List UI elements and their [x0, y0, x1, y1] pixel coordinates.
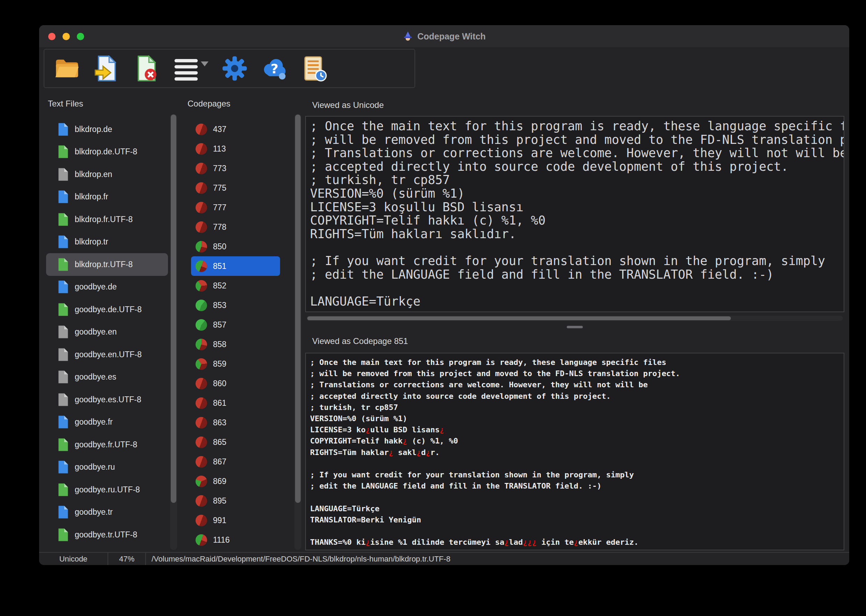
menu-button[interactable]: [172, 54, 209, 83]
file-item[interactable]: blkdrop.tr.UTF-8: [46, 253, 168, 276]
zoom-button[interactable]: [77, 33, 84, 40]
file-label: blkdrop.en: [75, 170, 112, 179]
close-file-button[interactable]: [132, 54, 161, 83]
codepage-item[interactable]: 861: [191, 393, 280, 413]
file-label: goodbye.tr: [75, 508, 113, 517]
codepage-item[interactable]: 859: [191, 354, 280, 374]
file-item[interactable]: goodbye.fr: [46, 411, 168, 434]
file-item[interactable]: goodbye.fr.UTF-8: [46, 434, 168, 456]
codepage-item[interactable]: 863: [191, 413, 280, 432]
open-file-button[interactable]: [53, 54, 81, 83]
minimize-button[interactable]: [63, 33, 70, 40]
help-button[interactable]: ?: [260, 54, 289, 83]
codepage-list-scrollbar[interactable]: [294, 114, 301, 550]
codepage-text-line: THANKS=%0 ki¿isine %1 dilinde tercümeyi …: [310, 537, 839, 548]
settings-button[interactable]: [220, 54, 249, 83]
codepage-item[interactable]: 858: [191, 335, 280, 354]
codepage-label: 991: [213, 516, 226, 525]
unicode-text-line: ; will be removed from this project and …: [310, 133, 839, 147]
codepage-item[interactable]: 437: [191, 119, 280, 139]
codepage-item[interactable]: 778: [191, 217, 280, 237]
codepage-label: 1116: [213, 535, 230, 545]
unicode-text-line: [310, 240, 839, 254]
codepage-item[interactable]: 851: [191, 256, 280, 276]
codepage-item[interactable]: 895: [191, 491, 280, 511]
file-item[interactable]: blkdrop.de.UTF-8: [46, 141, 168, 163]
file-export-icon: [94, 55, 120, 82]
codepage-label: 859: [213, 359, 226, 369]
file-item[interactable]: goodbye.en.UTF-8: [46, 343, 168, 366]
unicode-hscrollbar[interactable]: [306, 316, 843, 321]
codepage-label: 777: [213, 203, 226, 212]
file-item[interactable]: goodbye.tr: [46, 501, 168, 524]
codepage-coverage-pie-icon: [196, 202, 207, 214]
file-page-icon: [58, 168, 68, 181]
codepage-item[interactable]: 867: [191, 452, 280, 471]
codepage-label: 867: [213, 457, 226, 467]
menu-dropdown-caret-icon: [201, 61, 209, 66]
codepage-item[interactable]: 857: [191, 315, 280, 335]
codepage-list-scrollbar-thumb[interactable]: [295, 115, 301, 503]
file-item[interactable]: goodbye.de: [46, 276, 168, 299]
codepage-item[interactable]: 773: [191, 159, 280, 178]
codepage-text-line: LANGUAGE=Türkçe: [310, 503, 839, 514]
statusbar-file-path: /Volumes/macRaid/Development/FreeDOS/FD-…: [146, 553, 849, 565]
codepage-coverage-pie-icon: [196, 124, 207, 135]
file-list-scrollbar-thumb[interactable]: [171, 115, 176, 503]
codepage-label: 850: [213, 242, 226, 251]
codepage-text-line: ; Translations or corrections are welcom…: [310, 379, 839, 390]
file-item[interactable]: blkdrop.de: [46, 118, 168, 141]
file-item[interactable]: blkdrop.en: [46, 163, 168, 186]
codepage-item[interactable]: 1116: [191, 530, 280, 550]
codepage-text-line: ; will be removed from this project and …: [310, 368, 839, 379]
export-file-button[interactable]: [93, 54, 121, 83]
file-label: goodbye.ru.UTF-8: [75, 485, 140, 495]
file-label: blkdrop.tr.UTF-8: [75, 260, 133, 269]
unmapped-char: ¿: [366, 425, 370, 434]
unicode-textarea[interactable]: ; Once the main text for this program is…: [305, 116, 844, 312]
pane-splitter[interactable]: [305, 324, 844, 330]
file-page-icon: [58, 348, 68, 361]
unicode-text-line: LANGUAGE=Türkçe: [310, 295, 839, 308]
file-page-icon: [58, 528, 68, 542]
splitter-grip[interactable]: [567, 326, 583, 328]
codepage-coverage-pie-icon: [196, 437, 207, 448]
file-item[interactable]: goodbye.de.UTF-8: [46, 298, 168, 321]
file-item[interactable]: blkdrop.fr: [46, 186, 168, 209]
codepage-item[interactable]: 865: [191, 432, 280, 452]
codepage-textarea[interactable]: ; Once the main text for this program is…: [305, 353, 844, 550]
statusbar: Unicode 47% /Volumes/macRaid/Development…: [39, 552, 849, 565]
codepage-item[interactable]: 853: [191, 295, 280, 315]
file-page-icon: [58, 145, 68, 159]
file-item[interactable]: goodbye.es: [46, 366, 168, 389]
file-item[interactable]: goodbye.ru: [46, 456, 168, 479]
log-button[interactable]: [300, 54, 328, 83]
file-item[interactable]: goodbye.es.UTF-8: [46, 388, 168, 411]
codepage-item[interactable]: 777: [191, 198, 280, 217]
codepage-item[interactable]: 869: [191, 471, 280, 491]
codepage-label: 857: [213, 320, 226, 330]
file-page-icon: [58, 393, 68, 407]
codepage-item[interactable]: 860: [191, 374, 280, 393]
hamburger-menu-icon: [173, 55, 200, 82]
codepage-item[interactable]: 850: [191, 237, 280, 256]
file-label: goodbye.en: [75, 327, 116, 336]
file-list-scrollbar[interactable]: [170, 114, 177, 550]
codepage-coverage-pie-icon: [196, 319, 207, 331]
codepage-item[interactable]: 991: [191, 511, 280, 530]
file-item[interactable]: blkdrop.fr.UTF-8: [46, 208, 168, 231]
file-item[interactable]: goodbye.en: [46, 321, 168, 344]
window-title: Codepage Witch: [417, 31, 486, 42]
file-item[interactable]: blkdrop.tr: [46, 231, 168, 253]
codepage-item[interactable]: 775: [191, 178, 280, 198]
codepage-item[interactable]: 113: [191, 139, 280, 159]
file-item[interactable]: goodbye.ru.UTF-8: [46, 478, 168, 501]
codepage-text-line: RIGHTS=Tüm haklar¿ sakl¿d¿r.: [310, 447, 839, 458]
codepage-text-line: ; turkish, tr cp857: [310, 402, 839, 413]
unicode-hscrollbar-thumb[interactable]: [307, 316, 731, 320]
unicode-text-line: ; edit the LANGUAGE field and fill in th…: [310, 268, 839, 281]
close-button[interactable]: [48, 33, 55, 40]
codepage-list: 4371137737757777788508518528538578588598…: [182, 114, 292, 553]
file-item[interactable]: goodbye.tr.UTF-8: [46, 523, 168, 546]
codepage-item[interactable]: 852: [191, 276, 280, 295]
